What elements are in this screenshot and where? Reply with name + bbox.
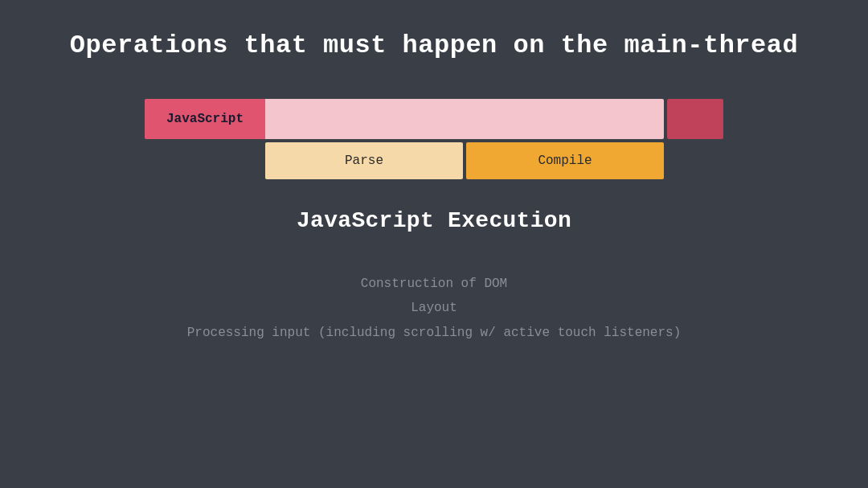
compile-bar: Compile — [466, 142, 664, 179]
small-red-bar — [667, 99, 723, 139]
sub-item-3: Processing input (including scrolling w/… — [145, 321, 723, 345]
section-label: JavaScript Execution — [145, 208, 723, 233]
javascript-bar: JavaScript — [145, 99, 265, 139]
bottom-bar-row: Parse Compile — [265, 142, 664, 179]
top-bar-row: JavaScript — [145, 99, 723, 139]
sub-item-1: Construction of DOM — [145, 272, 723, 296]
sub-items-list: Construction of DOM Layout Processing in… — [145, 272, 723, 345]
diagram-area: JavaScript Parse Compile JavaScript Exec… — [145, 99, 723, 345]
parse-bar: Parse — [265, 142, 463, 179]
main-thread-bar — [265, 99, 664, 139]
sub-item-2: Layout — [145, 296, 723, 320]
slide-title: Operations that must happen on the main-… — [70, 31, 798, 60]
